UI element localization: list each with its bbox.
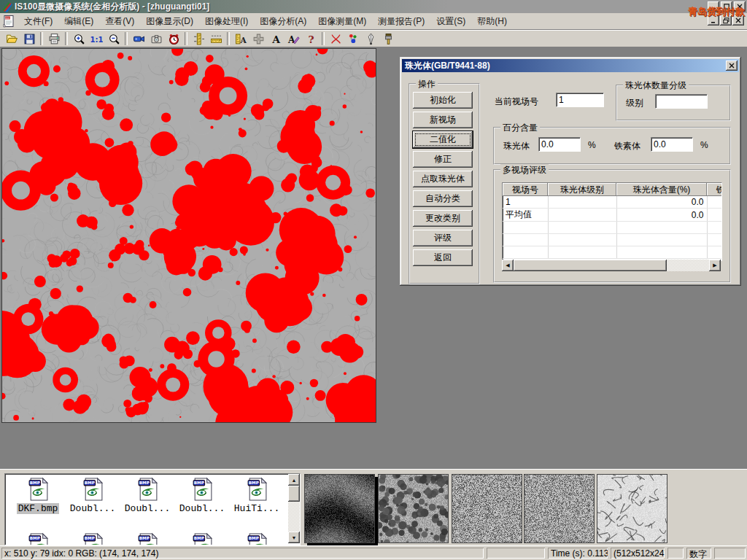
scroll-down-button[interactable]: ▼ xyxy=(288,532,300,543)
auto-classify-button[interactable]: 自动分类 xyxy=(413,190,473,207)
menu-item-edit[interactable]: 编辑(E) xyxy=(58,14,99,29)
actual-size-icon: 1:1 xyxy=(90,33,103,45)
menu-item-image-analysis[interactable]: 图像分析(A) xyxy=(254,14,312,29)
file-item-partial[interactable]: BMP xyxy=(11,532,65,545)
dialog-title-bar[interactable]: 珠光体(GB/T9441-88) xyxy=(402,59,739,72)
menu-item-file[interactable]: 文件(F) xyxy=(18,14,58,29)
ferrite-percent-input[interactable]: 0.0 xyxy=(651,137,693,152)
table-row[interactable] xyxy=(503,246,722,259)
return-button[interactable]: 返回 xyxy=(413,249,473,266)
print-icon xyxy=(48,33,61,45)
menu-item-settings[interactable]: 设置(S) xyxy=(430,14,471,29)
open-folder-button[interactable] xyxy=(3,31,20,47)
vertical-caliper-button[interactable] xyxy=(190,31,207,47)
initialize-button[interactable]: 初始化 xyxy=(413,92,473,109)
table-row[interactable] xyxy=(503,222,722,234)
grade-input[interactable] xyxy=(655,94,708,109)
current-view-input[interactable]: 1 xyxy=(556,93,604,107)
table-header[interactable]: 珠光体级别 xyxy=(548,183,616,196)
file-item-partial[interactable]: BMP xyxy=(175,532,229,545)
scroll-left-button[interactable]: ◀ xyxy=(502,260,514,271)
dialog-close-button[interactable] xyxy=(726,61,738,71)
file-list-vscrollbar[interactable]: ▲ ▼ xyxy=(288,474,300,543)
help-button[interactable]: ? xyxy=(302,31,320,47)
file-name[interactable]: Doubl... xyxy=(178,503,226,514)
file-item[interactable]: BMPHuiTi... xyxy=(230,477,284,514)
table-hscrollbar[interactable]: ◀ ▶ xyxy=(502,260,721,271)
file-item-partial[interactable]: BMP xyxy=(66,532,120,545)
brush-tool-button[interactable] xyxy=(379,31,397,47)
multiview-table[interactable]: 视场号珠光体级别珠光体含量(%)铁素体含量(%)10.0平均值0.0 xyxy=(502,182,722,261)
binarize-button[interactable]: 二值化 xyxy=(413,131,473,148)
file-item[interactable]: BMPDoubl... xyxy=(175,477,229,514)
file-item-partial[interactable]: BMP xyxy=(230,532,284,545)
photo-camera-button[interactable] xyxy=(147,31,165,47)
menu-item-help[interactable]: 帮助(H) xyxy=(471,14,513,29)
video-camera-icon xyxy=(133,33,145,45)
current-view-label: 当前视场号 xyxy=(495,96,538,108)
menu-item-image-process[interactable]: 图像处理(I) xyxy=(199,14,254,29)
change-class-button[interactable]: 更改类别 xyxy=(413,210,473,227)
menu-item-view[interactable]: 查看(V) xyxy=(99,14,140,29)
toolbar-separator xyxy=(227,32,230,45)
table-row[interactable]: 平均值0.0 xyxy=(503,209,722,222)
color-dots-icon xyxy=(347,33,360,45)
thumbnail-1[interactable] xyxy=(304,474,375,543)
table-row[interactable] xyxy=(503,234,722,246)
file-name[interactable]: Doubl... xyxy=(69,503,117,514)
annotate-text-icon: A xyxy=(287,33,300,45)
menu-item-image-display[interactable]: 图像显示(D) xyxy=(140,14,199,29)
document-icon: DOC xyxy=(2,15,15,28)
scroll-up-button[interactable]: ▲ xyxy=(288,474,300,486)
metallographic-image-binarized[interactable] xyxy=(1,48,376,423)
table-row[interactable]: 10.0 xyxy=(503,196,722,209)
file-name[interactable]: Doubl... xyxy=(123,503,171,514)
save-button[interactable] xyxy=(20,31,38,47)
svg-text:BMP: BMP xyxy=(139,536,149,540)
window-title: IS100显微摄像系统(金相分析版) - [zhuguangti01] xyxy=(15,1,209,13)
zoom-out-button[interactable] xyxy=(105,31,123,47)
pick-pearlite-button[interactable]: 点取珠光体 xyxy=(413,171,473,187)
pearlite-percent-input[interactable]: 0.0 xyxy=(538,137,581,152)
actual-size-button[interactable]: 1:1 xyxy=(88,31,105,47)
table-header[interactable]: 珠光体含量(%) xyxy=(616,183,707,196)
file-item[interactable]: BMPDKF.bmp xyxy=(11,477,65,514)
file-item-partial[interactable]: BMP xyxy=(120,532,174,545)
scrollbar-thumb[interactable] xyxy=(288,486,300,502)
table-header[interactable]: 视场号 xyxy=(503,183,548,196)
file-name[interactable]: HuiTi... xyxy=(233,503,281,514)
horizontal-ruler-button[interactable] xyxy=(207,31,225,47)
menu-item-image-measure[interactable]: 图像测量(M) xyxy=(312,14,372,29)
file-item[interactable]: BMPDoubl... xyxy=(66,477,120,514)
thumbnail-3[interactable] xyxy=(452,474,522,543)
thumbnail-5[interactable] xyxy=(597,474,667,543)
pen-tool-button[interactable] xyxy=(362,31,379,47)
scrollbar-thumb[interactable] xyxy=(514,260,667,271)
print-button[interactable] xyxy=(45,31,63,47)
measure-text-button[interactable]: A xyxy=(232,31,249,47)
text-label-button[interactable]: A xyxy=(267,31,285,47)
title-bar: IS100显微摄像系统(金相分析版) - [zhuguangti01] xyxy=(0,0,747,13)
menu-item-measure-report[interactable]: 测量报告(P) xyxy=(372,14,430,29)
scrollbar-track[interactable] xyxy=(288,502,300,532)
table-cell xyxy=(548,246,616,259)
new-field-button[interactable]: 新视场 xyxy=(413,112,473,128)
timer-clock-button[interactable] xyxy=(165,31,182,47)
correct-button[interactable]: 修正 xyxy=(413,151,473,168)
bmp-file-icon: BMP xyxy=(136,477,160,501)
annotate-text-button[interactable]: A xyxy=(285,31,302,47)
dialog-title: 珠光体(GB/T9441-88) xyxy=(405,60,490,72)
video-camera-button[interactable] xyxy=(130,31,147,47)
thumbnail-4[interactable] xyxy=(524,474,595,543)
curve-cut-button[interactable] xyxy=(327,31,344,47)
table-header[interactable]: 铁素体含量(%) xyxy=(707,183,722,196)
scrollbar-track[interactable] xyxy=(667,260,709,271)
rate-button[interactable]: 评级 xyxy=(413,230,473,246)
scroll-right-button[interactable]: ▶ xyxy=(709,260,721,271)
zoom-in-button[interactable] xyxy=(70,31,88,47)
thumbnail-2[interactable] xyxy=(378,474,449,543)
color-dots-button[interactable] xyxy=(344,31,362,47)
file-item[interactable]: BMPDoubl... xyxy=(120,477,174,514)
grid-cross-button[interactable] xyxy=(249,31,267,47)
file-name[interactable]: DKF.bmp xyxy=(17,503,60,514)
